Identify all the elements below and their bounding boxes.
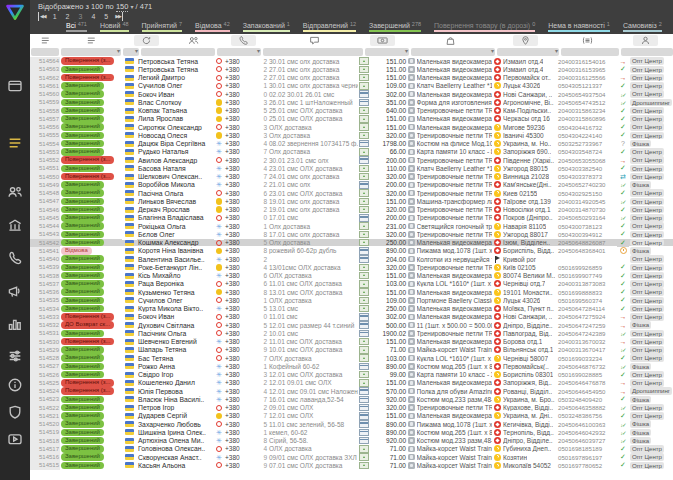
order-row[interactable]: 514539 Завершений Роке-Бетанкурт Лін.. +… bbox=[30, 263, 673, 271]
ttn-number[interactable]: 0501698185189 bbox=[557, 445, 617, 452]
sidebar-item-contacts[interactable] bbox=[7, 184, 23, 200]
ttn-number[interactable]: 0504303378373 bbox=[557, 173, 617, 180]
order-row[interactable]: 514525 Повернення (з... Кошеленко Данил … bbox=[30, 379, 673, 387]
first-page-button[interactable]: ◀◀ bbox=[38, 12, 46, 21]
client-phone[interactable]: +380 bbox=[224, 157, 254, 164]
order-row[interactable]: 514537 Завершений Раца Вероніка +380 6 1… bbox=[30, 280, 673, 288]
client-phone[interactable]: +380 bbox=[224, 99, 254, 106]
ttn-number[interactable]: 0504303382540 bbox=[557, 165, 617, 172]
client-phone[interactable]: +380 bbox=[224, 206, 254, 213]
ttn-number[interactable]: 0503248409420 bbox=[557, 396, 617, 403]
ttn-number[interactable]: 20400316154016 bbox=[557, 58, 617, 65]
ttn-number[interactable]: 20400315863234 bbox=[557, 107, 617, 114]
ttn-number[interactable]: 0504300394912 bbox=[557, 231, 617, 238]
ttn-number[interactable]: 0503252733967 bbox=[557, 140, 617, 147]
ttn-number[interactable]: 20400316153965 bbox=[557, 66, 617, 73]
order-row[interactable]: 514543 Завершений Бєлов Олег +380 8 17.0… bbox=[30, 230, 673, 238]
ttn-number[interactable]: 0504303548724 bbox=[557, 148, 617, 155]
order-row[interactable]: 514562 Повернення (з... Легкий Дмитро +3… bbox=[30, 74, 673, 82]
order-row[interactable]: 514533 Повернення (з... Бокоч Иван +380 … bbox=[30, 313, 673, 321]
client-phone[interactable]: +380 bbox=[224, 338, 254, 345]
client-phone[interactable]: +380 bbox=[224, 214, 254, 221]
ttn-number[interactable]: 20450646039727 bbox=[557, 437, 617, 444]
ttn-number[interactable]: 20400316125566 bbox=[557, 74, 617, 81]
order-row[interactable]: 514558 Завершений Ковпак Татьяна +380 5 … bbox=[30, 107, 673, 115]
client-phone[interactable]: +380 bbox=[224, 107, 254, 114]
order-row[interactable]: 514515 Завершений Касьян Альона +380 9 0… bbox=[30, 461, 673, 469]
page-number-4[interactable]: 4 bbox=[91, 12, 95, 21]
ttn-number[interactable]: 20450646100363 bbox=[557, 421, 617, 428]
ttn-number[interactable]: 0501697896197 bbox=[557, 454, 617, 461]
ttn-number[interactable]: 20400314870730 bbox=[557, 206, 617, 213]
ttn-number[interactable]: 20450647284114 bbox=[557, 305, 617, 312]
client-phone[interactable]: +380 bbox=[224, 231, 254, 238]
ttn-number[interactable]: 20400315860896 bbox=[557, 115, 617, 122]
ttn-number[interactable]: 0504304416732 bbox=[557, 124, 617, 131]
order-row[interactable]: 514538 Завершений Кісь Михайло +380 6 ОЛ… bbox=[30, 272, 673, 280]
client-phone[interactable]: +380 bbox=[224, 322, 254, 329]
client-phone[interactable]: +380 bbox=[224, 412, 254, 419]
filter-input-8[interactable] bbox=[497, 48, 559, 56]
column-header-substatus-list[interactable] bbox=[60, 35, 122, 47]
client-phone[interactable]: +380 bbox=[224, 371, 254, 378]
client-phone[interactable]: +380 bbox=[224, 256, 254, 263]
order-row[interactable]: 514535 Завершений Сучилов Олег +380 1 ОЛ… bbox=[30, 296, 673, 304]
column-header-delivery[interactable] bbox=[493, 35, 557, 47]
tab-завершений[interactable]: Завершений278 bbox=[369, 21, 421, 32]
sidebar-item-video[interactable] bbox=[7, 431, 23, 447]
ttn-number[interactable]: 20450653055068 bbox=[557, 157, 617, 164]
client-phone[interactable]: +380 bbox=[224, 124, 254, 131]
order-row[interactable]: 514536 Завершений Кузьменко Тетяна +380 … bbox=[30, 288, 673, 296]
order-row[interactable]: 514522 Завершений Петров Ігор +380 2 09.… bbox=[30, 404, 673, 412]
order-row[interactable]: 514544 Завершений Рокіцька Ольга +380 1 … bbox=[30, 222, 673, 230]
sidebar-item-info[interactable] bbox=[7, 377, 23, 393]
ttn-number[interactable]: 0501699888833 bbox=[557, 289, 617, 296]
order-row[interactable]: 514551 Завершений Басова Наталя +380 4 2… bbox=[30, 164, 673, 172]
sidebar-item-settings[interactable] bbox=[7, 348, 23, 364]
order-row[interactable]: 514526 Завершений Свідро Ігор +380 3 12.… bbox=[30, 371, 673, 379]
sidebar-item-stats[interactable] bbox=[7, 316, 23, 332]
tab-запакований[interactable]: Запакований1 bbox=[243, 21, 290, 32]
client-phone[interactable]: +380 bbox=[224, 437, 254, 444]
client-phone[interactable]: +380 bbox=[224, 132, 254, 139]
client-phone[interactable]: +380 bbox=[224, 421, 254, 428]
client-phone[interactable]: +380 bbox=[224, 272, 254, 279]
order-row[interactable]: 514519 Завершений Шишкіна Ірина Олек.. +… bbox=[30, 428, 673, 436]
ttn-number[interactable]: 20450646476878 bbox=[557, 379, 617, 386]
ttn-number[interactable]: 0501699560374 bbox=[557, 297, 617, 304]
client-phone[interactable]: +380 bbox=[224, 264, 254, 271]
ttn-number[interactable]: 20400313873083 bbox=[557, 280, 617, 287]
ttn-number[interactable]: 0504305121337 bbox=[557, 82, 617, 89]
tab-самовивіз[interactable]: Самовивіз2 bbox=[623, 21, 662, 32]
filter-input-4[interactable] bbox=[217, 48, 261, 56]
ttn-number[interactable]: 20450648826087 bbox=[557, 239, 617, 246]
client-phone[interactable]: +380 bbox=[224, 115, 254, 122]
ttn-number[interactable]: 20450646876732 bbox=[557, 363, 617, 370]
client-phone[interactable]: +380 bbox=[224, 429, 254, 436]
order-row[interactable]: 514545 Завершений Благінна Владіслава +3… bbox=[30, 214, 673, 222]
filter-input-2[interactable] bbox=[123, 48, 139, 56]
order-row[interactable]: 514542 Завершений Кошмак Александр +380 … bbox=[30, 239, 673, 247]
ttn-number[interactable]: 0501697780652 bbox=[557, 462, 617, 469]
client-phone[interactable]: +380 bbox=[224, 313, 254, 320]
tab-відправлений[interactable]: Відправлений12 bbox=[303, 21, 356, 32]
order-row[interactable]: 514560 Завершений Бокоч Иван +380 0 02.0… bbox=[30, 90, 673, 98]
client-phone[interactable]: +380 bbox=[224, 280, 254, 287]
ttn-number[interactable]: 0504304224140 bbox=[557, 132, 617, 139]
ttn-number[interactable]: 0501699028885 bbox=[557, 371, 617, 378]
client-phone[interactable]: +380 bbox=[224, 289, 254, 296]
per-page-selector[interactable]: 150 bbox=[116, 2, 129, 12]
ttn-number[interactable]: 20450650293164 bbox=[557, 214, 617, 221]
ttn-number[interactable]: 20450654937504 bbox=[557, 91, 617, 98]
filter-input-1[interactable] bbox=[61, 48, 121, 56]
ttn-number[interactable]: 0504302925150 bbox=[557, 190, 617, 197]
tab-новий[interactable]: Новий48 bbox=[100, 21, 129, 32]
column-header-manager[interactable] bbox=[617, 35, 673, 47]
client-phone[interactable]: +380 bbox=[224, 140, 254, 147]
order-row[interactable]: 514546 Завершений Деркач Ярослав +380 2 … bbox=[30, 206, 673, 214]
order-row[interactable]: 514520 Завершений Захарченко Любовь +380… bbox=[30, 420, 673, 428]
filter-input-7[interactable] bbox=[411, 48, 495, 56]
client-phone[interactable]: +380 bbox=[224, 396, 254, 403]
client-phone[interactable]: +380 bbox=[224, 82, 254, 89]
per-page-caret-icon[interactable]: ▾ bbox=[131, 4, 134, 10]
